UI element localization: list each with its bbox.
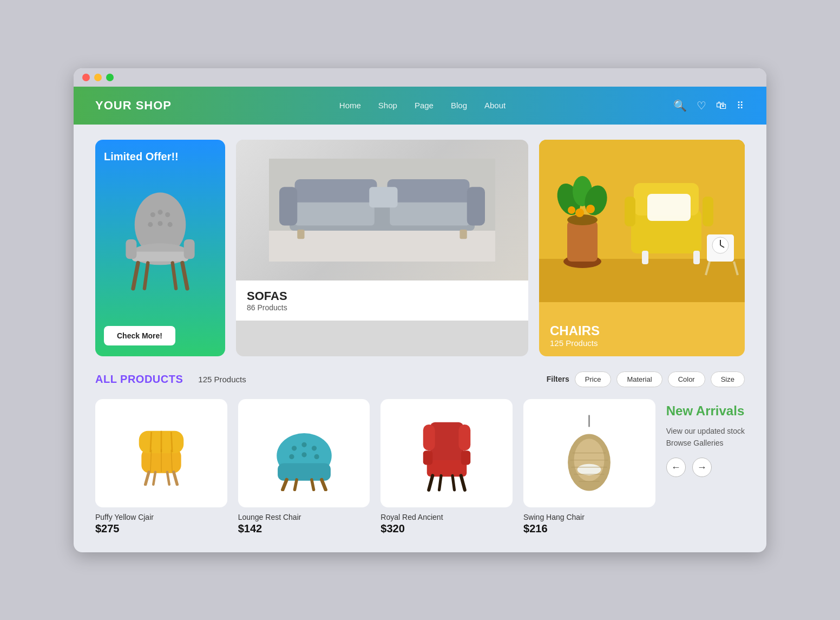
teal-chair-svg (272, 415, 337, 491)
product-card-4[interactable] (523, 399, 655, 507)
svg-rect-26 (460, 230, 467, 239)
product-card-1[interactable] (95, 399, 227, 507)
bag-icon[interactable]: 🛍 (716, 99, 727, 112)
logo: YOUR SHOP (95, 99, 172, 113)
filter-material[interactable]: Material (616, 371, 662, 387)
chairs-count: 125 Products (550, 338, 600, 348)
chairs-category: CHAIRS (550, 323, 600, 338)
product-info-2: Lounge Rest Chair $142 (238, 513, 370, 535)
svg-line-12 (182, 263, 187, 289)
svg-rect-9 (126, 239, 136, 259)
filter-price[interactable]: Price (575, 371, 612, 387)
svg-line-61 (174, 472, 177, 484)
filters-label: Filters (547, 375, 569, 383)
new-arrivals-panel: New Arrivals View our updated stock Brow… (666, 399, 745, 482)
dot-green[interactable] (106, 74, 114, 81)
product-item-1: Puffy Yellow Cjair $275 (95, 399, 227, 535)
filter-color[interactable]: Color (668, 371, 705, 387)
top-grid: Limited Offer!! (95, 140, 745, 356)
nav-page[interactable]: Page (415, 101, 434, 110)
svg-line-85 (452, 476, 455, 490)
svg-rect-78 (458, 425, 470, 451)
svg-line-13 (145, 263, 148, 289)
promo-card: Limited Offer!! (95, 140, 225, 356)
svg-line-75 (311, 479, 313, 489)
check-more-button[interactable]: Check More! (104, 326, 175, 345)
svg-point-89 (578, 464, 601, 475)
all-products-label: ALL PRODUCTS (95, 373, 183, 386)
svg-point-4 (148, 222, 153, 227)
svg-line-63 (167, 472, 169, 484)
svg-point-70 (301, 452, 306, 457)
svg-rect-23 (279, 187, 297, 225)
product-card-3[interactable] (380, 399, 513, 507)
new-arrivals-title: New Arrivals (666, 403, 745, 419)
header: YOUR SHOP Home Shop Page Blog About 🔍 ♡ … (74, 87, 766, 125)
heart-icon[interactable]: ♡ (697, 99, 706, 112)
sofa-image (236, 140, 528, 280)
chairs-scene-svg (539, 140, 745, 302)
red-chair-svg (418, 414, 475, 492)
sofas-category: SOFAS (247, 289, 517, 303)
svg-point-69 (289, 454, 294, 459)
nav-blog[interactable]: Blog (451, 101, 467, 110)
product-info-3: Royal Red Ancient $320 (380, 513, 513, 535)
product-item-2: Lounge Rest Chair $142 (238, 399, 370, 535)
next-arrow-button[interactable]: → (692, 458, 712, 477)
svg-line-62 (153, 472, 155, 484)
svg-line-14 (173, 263, 176, 289)
svg-line-60 (145, 472, 148, 484)
svg-rect-25 (297, 230, 304, 239)
prev-arrow-button[interactable]: ← (666, 458, 686, 477)
svg-rect-22 (390, 202, 469, 225)
products-filter-row: ALL PRODUCTS 125 Products Filters Price … (95, 371, 745, 387)
product-name-1: Puffy Yellow Cjair (95, 513, 227, 521)
promo-chair-image (117, 163, 204, 326)
svg-rect-77 (423, 425, 435, 451)
svg-point-67 (301, 442, 306, 447)
svg-line-11 (133, 263, 138, 289)
chairs-label: CHAIRS 125 Products (550, 323, 600, 348)
browser-window: YOUR SHOP Home Shop Page Blog About 🔍 ♡ … (74, 68, 766, 552)
more-icon[interactable]: ⠿ (737, 100, 745, 112)
svg-rect-65 (278, 463, 331, 480)
new-arrivals-line1: View our updated stock (666, 427, 745, 435)
svg-point-5 (158, 221, 162, 226)
promo-title: Limited Offer!! (104, 151, 179, 163)
svg-line-54 (150, 432, 152, 452)
filters-group: Filters Price Material Color Size (547, 371, 745, 387)
svg-point-1 (150, 212, 155, 217)
product-image-2 (247, 408, 362, 499)
yellow-chair-svg (132, 421, 191, 486)
search-icon[interactable]: 🔍 (673, 99, 687, 112)
product-card-2[interactable] (238, 399, 370, 507)
svg-point-66 (291, 446, 296, 451)
sofas-label: SOFAS 86 Products (236, 280, 528, 321)
product-info-1: Puffy Yellow Cjair $275 (95, 513, 227, 535)
dot-yellow[interactable] (94, 74, 102, 81)
main-content: Limited Offer!! (74, 125, 766, 552)
filter-size[interactable]: Size (711, 371, 745, 387)
svg-point-71 (314, 454, 319, 459)
nav-shop[interactable]: Shop (378, 101, 397, 110)
svg-rect-44 (693, 251, 700, 264)
product-name-4: Swing Hang Chair (523, 513, 655, 521)
sofas-count: 86 Products (247, 303, 517, 312)
svg-rect-31 (567, 221, 598, 262)
nav-home[interactable]: Home (339, 101, 361, 110)
nav-about[interactable]: About (484, 101, 506, 110)
svg-rect-24 (467, 187, 485, 225)
svg-point-68 (311, 446, 316, 451)
dot-red[interactable] (82, 74, 90, 81)
products-section: Puffy Yellow Cjair $275 (95, 399, 745, 535)
nav-arrows: ← → (666, 458, 745, 477)
product-image-1 (104, 408, 219, 499)
product-item-3: Royal Red Ancient $320 (380, 399, 513, 535)
svg-rect-21 (295, 202, 375, 225)
swing-chair-svg (561, 414, 618, 492)
svg-point-2 (158, 210, 162, 214)
svg-rect-10 (184, 239, 195, 259)
svg-rect-19 (295, 179, 377, 205)
svg-point-37 (586, 205, 595, 213)
product-price-2: $142 (238, 523, 370, 535)
